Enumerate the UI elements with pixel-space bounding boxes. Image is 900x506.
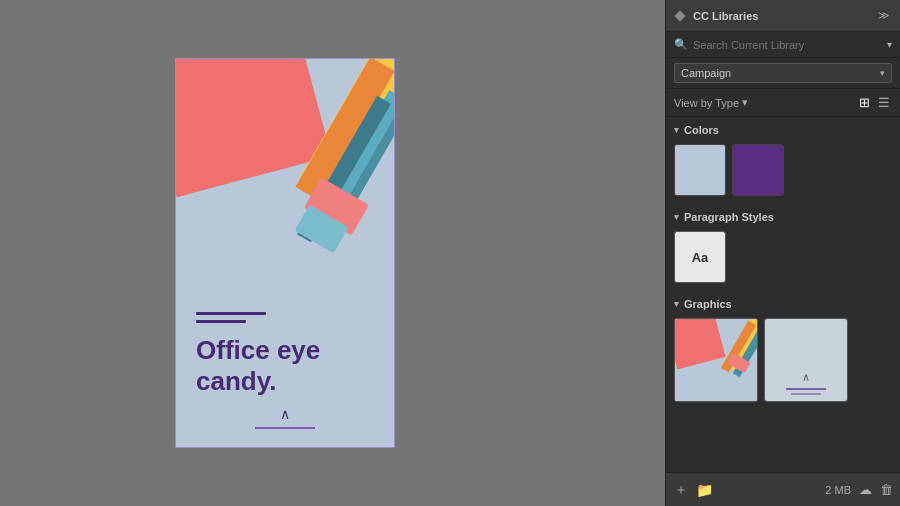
library-dropdown[interactable]: Campaign — [674, 63, 892, 83]
para-chevron-icon: ▾ — [674, 212, 679, 222]
graphic-card-thumb: ∧ — [765, 319, 847, 401]
mini-coral — [675, 319, 726, 370]
card-bottom-line — [255, 427, 315, 429]
view-by-type-button[interactable]: View by Type ▾ — [674, 96, 748, 109]
folder-icon[interactable]: 📁 — [696, 482, 713, 498]
colors-section-label: Colors — [684, 124, 719, 136]
colors-section-header[interactable]: ▾ Colors — [666, 117, 900, 140]
view-icons: ⊞ ☰ — [857, 94, 892, 111]
paragraph-styles-section-header[interactable]: ▾ Paragraph Styles — [666, 204, 900, 227]
search-icon: 🔍 — [674, 38, 688, 51]
card-line-1 — [196, 312, 266, 315]
colors-section-items — [666, 140, 900, 204]
graphic-item-1[interactable] — [674, 318, 758, 402]
graphics-section-label: Graphics — [684, 298, 732, 310]
paragraph-style-label: Aa — [692, 250, 709, 265]
thumb-line-1 — [786, 388, 826, 390]
footer-left: ＋ 📁 — [674, 481, 713, 499]
panel-header-left: CC Libraries — [676, 10, 758, 22]
card-title: Office eye candy. — [196, 335, 384, 397]
add-icon[interactable]: ＋ — [674, 481, 688, 499]
cc-diamond-icon — [674, 10, 685, 21]
panel-expand-icon[interactable]: ≫ — [878, 9, 890, 22]
panel-footer: ＋ 📁 2 MB ☁ 🗑 — [666, 472, 900, 506]
design-card: Office eye candy. ∧ — [175, 58, 395, 448]
cc-libraries-panel: CC Libraries ≫ 🔍 ▾ Campaign ▾ View by Ty… — [665, 0, 900, 506]
card-chevron-icon: ∧ — [280, 406, 290, 422]
graphics-chevron-icon: ▾ — [674, 299, 679, 309]
cloud-icon[interactable]: ☁ — [859, 482, 872, 497]
card-shapes — [176, 59, 394, 292]
storage-text: 2 MB — [825, 484, 851, 496]
thumb-line-2 — [791, 393, 821, 395]
card-lines — [196, 312, 384, 323]
graphic-item-2[interactable]: ∧ — [764, 318, 848, 402]
card-line-2 — [196, 320, 246, 323]
search-input[interactable] — [693, 39, 882, 51]
search-bar: 🔍 ▾ — [666, 32, 900, 58]
card-text-area: Office eye candy. — [196, 312, 384, 397]
color-swatch-purple[interactable] — [732, 144, 784, 196]
graphic-mini-card — [675, 319, 757, 401]
footer-right: 2 MB ☁ 🗑 — [825, 482, 893, 497]
panel-title: CC Libraries — [693, 10, 758, 22]
thumb-chevron-icon: ∧ — [802, 371, 810, 384]
canvas-area: Office eye candy. ∧ — [0, 0, 570, 506]
grid-view-icon[interactable]: ⊞ — [857, 94, 872, 111]
graphics-section-items: ∧ — [666, 314, 900, 410]
list-view-icon[interactable]: ☰ — [876, 94, 892, 111]
view-by-type-label: View by Type — [674, 97, 739, 109]
dropdown-wrapper: Campaign ▾ — [674, 63, 892, 83]
colors-chevron-icon: ▾ — [674, 125, 679, 135]
view-by-row: View by Type ▾ ⊞ ☰ — [666, 89, 900, 117]
panel-header: CC Libraries ≫ — [666, 0, 900, 32]
search-dropdown-icon[interactable]: ▾ — [887, 39, 892, 50]
trash-icon[interactable]: 🗑 — [880, 482, 893, 497]
view-by-chevron-icon: ▾ — [742, 96, 748, 109]
library-dropdown-row: Campaign ▾ — [666, 58, 900, 89]
paragraph-style-item[interactable]: Aa — [674, 231, 726, 283]
card-bottom: ∧ — [176, 406, 394, 429]
panel-content: ▾ Colors ▾ Paragraph Styles Aa ▾ Graphic… — [666, 117, 900, 506]
paragraph-styles-items: Aa — [666, 227, 900, 291]
paragraph-styles-label: Paragraph Styles — [684, 211, 774, 223]
graphics-section-header[interactable]: ▾ Graphics — [666, 291, 900, 314]
color-swatch-light-blue[interactable] — [674, 144, 726, 196]
